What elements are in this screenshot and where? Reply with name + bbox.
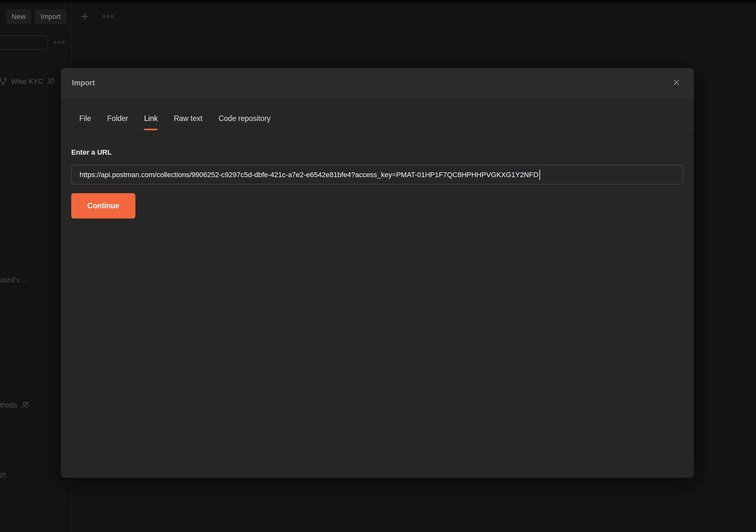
import-tabs: File Folder Link Raw text Code repositor… (61, 98, 694, 130)
plus-icon (80, 12, 90, 22)
close-icon (673, 79, 680, 87)
continue-button-label: Continue (87, 201, 120, 210)
import-dialog-header: Import (61, 68, 694, 98)
tab-raw-text[interactable]: Raw text (174, 114, 202, 131)
dialog-title: Import (72, 79, 95, 87)
tab-link[interactable]: Link (144, 114, 157, 131)
fork-icon (0, 77, 7, 86)
window-titlebar (0, 0, 756, 3)
text-cursor (539, 170, 540, 180)
sidebar-item-label: thods (0, 401, 17, 410)
more-horizontal-icon (102, 14, 114, 19)
new-button[interactable]: New (6, 9, 32, 24)
more-horizontal-icon (53, 40, 65, 45)
url-field-label: Enter a URL (71, 148, 683, 157)
continue-button[interactable]: Continue (71, 193, 135, 219)
users-icon (21, 401, 30, 409)
more-options-button[interactable] (102, 13, 114, 20)
new-button-label: New (12, 13, 26, 21)
tab-file[interactable]: File (79, 114, 91, 131)
sidebar-more-button[interactable] (53, 39, 65, 46)
close-dialog-button[interactable] (669, 76, 684, 90)
users-icon (0, 472, 6, 480)
import-dialog: Import File Folder Link Raw text Code re… (61, 68, 694, 478)
tab-folder[interactable]: Folder (107, 114, 128, 131)
import-button[interactable]: Import (34, 9, 67, 24)
url-input-value: https://api.postman.com/collections/9906… (80, 171, 538, 179)
url-input[interactable]: https://api.postman.com/collections/9906… (71, 165, 683, 184)
sidebar-item-clipped[interactable] (0, 472, 6, 480)
postman-app-window: New Import Wise KYC ashif's ... thods (0, 0, 756, 532)
sidebar-item-label: ashif's ... (0, 276, 28, 284)
toolbar-divider (0, 29, 756, 29)
import-button-label: Import (40, 13, 60, 21)
sidebar-item-thods[interactable]: thods (0, 401, 30, 410)
add-tab-button[interactable] (80, 12, 90, 21)
sidebar-search-input[interactable] (0, 35, 48, 50)
sidebar-item-wise-kyc[interactable]: Wise KYC (0, 77, 55, 86)
tab-code-repository[interactable]: Code repository (219, 114, 271, 131)
sidebar-item-label: Wise KYC (11, 77, 43, 86)
import-dialog-body: Enter a URL https://api.postman.com/coll… (61, 130, 694, 219)
users-icon (47, 78, 55, 85)
sidebar-item-kashifs[interactable]: ashif's ... (0, 276, 28, 284)
